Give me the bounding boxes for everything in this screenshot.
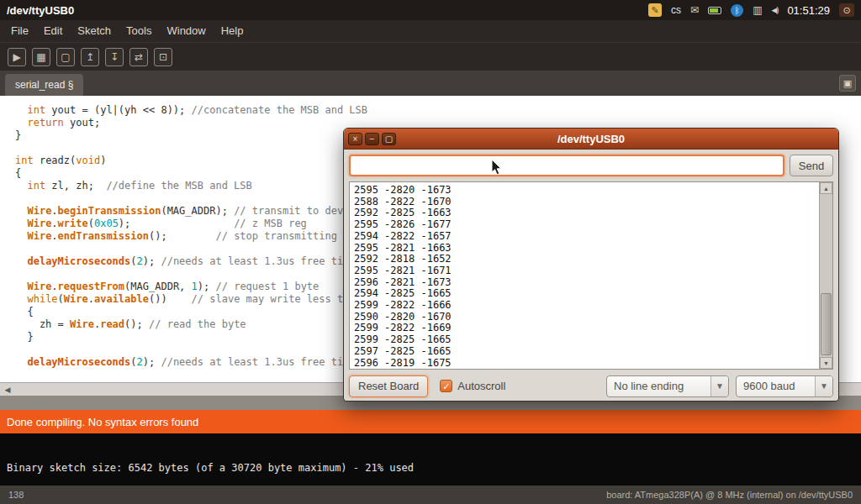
status-bar: Done compiling. No syntax errors found: [0, 410, 861, 433]
minimize-icon[interactable]: −: [365, 133, 379, 145]
serial-output-lines: 2595 -2820 -16732588 -2822 -16702592 -28…: [354, 185, 816, 369]
battery-level: [710, 8, 718, 13]
serial-line: 2599 -2822 -1669: [354, 323, 816, 334]
serial-line: 2599 -2822 -1666: [354, 300, 816, 312]
autoscroll-label: Autoscroll: [457, 380, 505, 392]
serial-monitor-titlebar[interactable]: × − ▢ /dev/ttyUSB0: [344, 129, 838, 150]
export-button[interactable]: ⊡: [154, 48, 172, 66]
serial-line: 2594 -2825 -1665: [354, 288, 816, 300]
serial-output[interactable]: 2595 -2820 -16732588 -2822 -16702592 -28…: [349, 181, 833, 370]
serial-line: 2596 -2819 -1675: [354, 358, 816, 370]
clock[interactable]: 01:51:29: [787, 4, 830, 17]
serial-input-row: Send: [349, 155, 833, 176]
serial-line: 2592 -2825 -1663: [354, 207, 816, 219]
top-panel: /dev/ttyUSB0 ✎ cs ✉ ᛒ ▥ ◀) 01:51:29 ⊙: [0, 0, 861, 20]
menu-item-window[interactable]: Window: [159, 20, 213, 42]
serial-line: 2592 -2818 -1652: [354, 254, 816, 265]
scroll-down-icon[interactable]: ▼: [820, 357, 832, 369]
code-line: int yout = (yl|(yh << 8)); //concatenate…: [15, 104, 861, 117]
copy-button[interactable]: ⇄: [129, 48, 148, 66]
serial-line: 2594 -2822 -1657: [354, 231, 816, 243]
new-sketch-button[interactable]: ▢: [56, 48, 75, 66]
footer-bar: 138 board: ATmega328P(A) @ 8 MHz (intern…: [0, 486, 861, 504]
send-button[interactable]: Send: [790, 155, 833, 176]
tab-menu-icon[interactable]: ▣: [839, 75, 856, 92]
chevron-down-icon: ▼: [710, 376, 728, 396]
desktop: /dev/ttyUSB0 ✎ cs ✉ ᛒ ▥ ◀) 01:51:29 ⊙ Fi…: [0, 0, 861, 504]
serial-monitor-title: /dev/ttyUSB0: [344, 133, 838, 145]
baud-value: 9600 baud: [737, 380, 801, 392]
maximize-icon[interactable]: ▢: [382, 133, 396, 145]
volume-icon[interactable]: ◀): [771, 6, 778, 14]
status-message: Done compiling. No syntax errors found: [7, 416, 198, 428]
session-menu-icon[interactable]: ⊙: [839, 3, 854, 17]
serial-line: 2595 -2821 -1671: [354, 265, 816, 277]
battery-icon[interactable]: [708, 7, 721, 14]
console-text: Binary sketch size: 6542 bytes (of a 307…: [7, 462, 854, 474]
menu-item-tools[interactable]: Tools: [119, 20, 159, 42]
serial-monitor-window: × − ▢ /dev/ttyUSB0 Send 2595 -2820 -1673…: [343, 128, 839, 402]
reset-board-button[interactable]: Reset Board: [349, 375, 428, 397]
open-button[interactable]: ↥: [81, 48, 99, 66]
line-ending-select[interactable]: No line ending ▼: [606, 375, 729, 397]
menu-item-file[interactable]: File: [3, 20, 36, 42]
system-tray: ✎ cs ✉ ᛒ ▥ ◀) 01:51:29 ⊙: [648, 3, 854, 17]
serial-line: 2595 -2826 -1677: [354, 219, 816, 231]
menu-item-sketch[interactable]: Sketch: [70, 20, 119, 42]
serial-input[interactable]: [349, 155, 784, 176]
serial-line: 2595 -2820 -1673: [354, 185, 816, 197]
scrollbar-thumb[interactable]: [821, 293, 832, 355]
board-info: board: ATmega328P(A) @ 8 MHz (internal) …: [606, 490, 853, 500]
verify-button[interactable]: ▶: [8, 48, 26, 66]
serial-line: 2597 -2825 -1665: [354, 346, 816, 358]
serial-output-scrollbar[interactable]: ▲ ▼: [819, 182, 832, 369]
scroll-up-icon[interactable]: ▲: [820, 182, 832, 194]
tab-serial-read[interactable]: serial_read §: [5, 74, 83, 96]
tab-strip: serial_read § ▣: [0, 71, 861, 96]
menu-item-help[interactable]: Help: [214, 20, 251, 42]
close-icon[interactable]: ×: [348, 133, 362, 145]
window-title: /dev/ttyUSB0: [7, 4, 74, 17]
serial-line: 2590 -2820 -1670: [354, 312, 816, 323]
bluetooth-icon[interactable]: ᛒ: [731, 4, 743, 17]
menu-bar: FileEditSketchToolsWindowHelp: [0, 20, 861, 42]
console-output: Binary sketch size: 6542 bytes (of a 307…: [0, 433, 861, 486]
autoscroll-checkbox[interactable]: ✓: [440, 380, 452, 392]
toolbar: ▶▦▢↥↧⇄⊡: [0, 42, 861, 71]
serial-line: 2588 -2822 -1670: [354, 197, 816, 208]
baud-select[interactable]: 9600 baud ▼: [736, 375, 833, 397]
notes-icon[interactable]: ✎: [648, 3, 662, 17]
serial-monitor-controls: Reset Board ✓ Autoscroll No line ending …: [349, 375, 833, 397]
network-icon[interactable]: ▥: [753, 4, 762, 16]
window-controls: × − ▢: [348, 133, 396, 145]
line-ending-value: No line ending: [607, 380, 690, 392]
serial-line: 2599 -2825 -1665: [354, 334, 816, 346]
mail-icon[interactable]: ✉: [690, 4, 699, 16]
menu-item-edit[interactable]: Edit: [36, 20, 70, 42]
stop-button[interactable]: ▦: [32, 48, 50, 66]
chevron-down-icon: ▼: [815, 376, 832, 396]
serial-monitor-body: Send 2595 -2820 -16732588 -2822 -1670259…: [344, 150, 838, 402]
serial-line: 2595 -2821 -1663: [354, 243, 816, 255]
serial-line: 2596 -2821 -1673: [354, 277, 816, 289]
save-button[interactable]: ↧: [105, 48, 124, 66]
line-number: 138: [8, 490, 24, 500]
scroll-left-icon[interactable]: ◀: [2, 386, 13, 394]
mouse-cursor: [491, 160, 504, 177]
keyboard-layout-indicator[interactable]: cs: [671, 4, 681, 16]
